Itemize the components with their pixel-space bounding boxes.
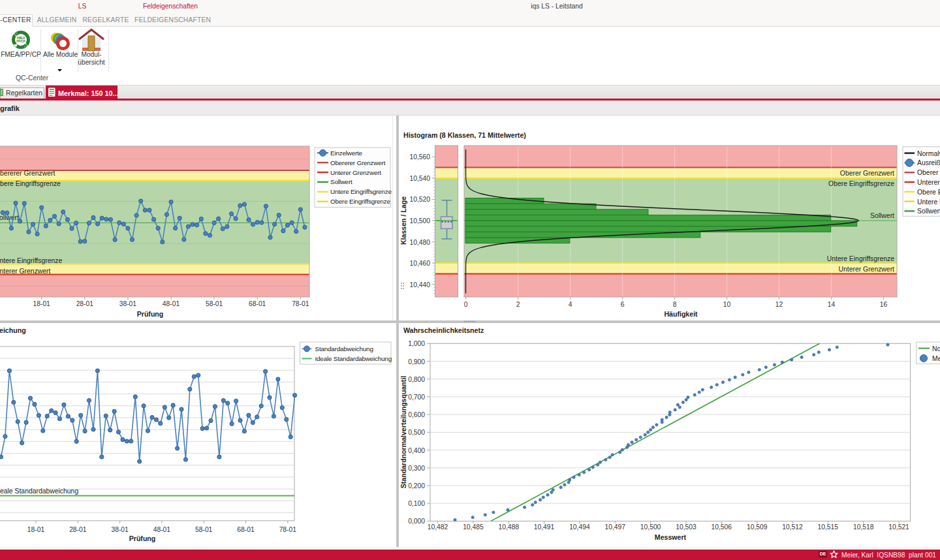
svg-text:Obererer Grenzwert: Obererer Grenzwert — [330, 159, 386, 166]
svg-text:58-01: 58-01 — [206, 300, 223, 307]
svg-text:18-01: 18-01 — [33, 300, 51, 307]
svg-text:Obere Eingriffsgrenze: Obere Eingriffsgrenze — [0, 180, 61, 187]
svg-text:Oberer Grenzwert: Oberer Grenzwert — [840, 170, 894, 177]
svg-text:Untere Eingriffsgrenze: Untere Eingriffsgrenze — [330, 188, 392, 195]
svg-text:10,440: 10,440 — [410, 281, 431, 288]
svg-text:Obere Eingriffsgrenze: Obere Eingriffsgrenze — [828, 180, 894, 187]
svg-text:Prüfung: Prüfung — [129, 535, 156, 542]
svg-text:78-01: 78-01 — [279, 526, 297, 533]
svg-text:10,500: 10,500 — [410, 217, 431, 225]
svg-text:Sollwert: Sollwert — [870, 212, 894, 219]
svg-text:48-01: 48-01 — [153, 526, 171, 533]
svg-text:28-01: 28-01 — [69, 526, 87, 533]
svg-text:0,800: 0,800 — [408, 376, 425, 383]
svg-text:Oberer Grenzwert: Oberer Grenzwert — [917, 169, 940, 176]
svg-text:PP/CP: PP/CP — [16, 40, 25, 43]
svg-text:10,482: 10,482 — [428, 523, 448, 531]
svg-text:8: 8 — [673, 301, 677, 308]
svg-text:14: 14 — [828, 301, 836, 308]
svg-text:1,000: 1,000 — [408, 340, 425, 347]
svg-text:10,509: 10,509 — [747, 523, 768, 531]
svg-text:Häufigkeit: Häufigkeit — [664, 310, 698, 318]
svg-text:eichung: eichung — [0, 326, 26, 334]
svg-text:38-01: 38-01 — [119, 300, 137, 307]
svg-text:10,515: 10,515 — [818, 523, 839, 531]
svg-text:Prüfung: Prüfung — [137, 310, 164, 318]
svg-text:Messwerte: Messwerte — [932, 355, 940, 362]
svg-text:10,497: 10,497 — [604, 523, 625, 531]
svg-text:Messwert: Messwert — [655, 533, 687, 541]
svg-text:0,600: 0,600 — [408, 411, 425, 418]
svg-text:Sollwert: Sollwert — [330, 178, 352, 185]
svg-text:Unterer Grenzwert: Unterer Grenzwert — [330, 169, 381, 176]
svg-text:10,494: 10,494 — [569, 523, 590, 531]
svg-text:Sollwert: Sollwert — [917, 208, 940, 215]
svg-text:10,503: 10,503 — [676, 523, 697, 531]
svg-text:10,460: 10,460 — [410, 260, 431, 267]
svg-text:Ausreißer: Ausreißer — [917, 159, 940, 166]
svg-text:48-01: 48-01 — [163, 300, 180, 307]
svg-text:10,480: 10,480 — [410, 239, 431, 246]
svg-text:0,200: 0,200 — [408, 482, 425, 490]
svg-text:12: 12 — [776, 301, 783, 308]
svg-text:10,520: 10,520 — [410, 196, 431, 203]
svg-text:eale Standardabweichung: eale Standardabweichung — [0, 488, 78, 495]
svg-text:10,500: 10,500 — [640, 523, 661, 531]
svg-text:10,506: 10,506 — [712, 523, 732, 531]
svg-text:Ideale Standardabweichung: Ideale Standardabweichung — [315, 355, 392, 362]
svg-text:0,100: 0,100 — [408, 500, 425, 507]
svg-text:Untere Eingriffsgrenze: Untere Eingriffsgrenze — [0, 257, 62, 264]
svg-text:Unterer Grenzwert: Unterer Grenzwert — [0, 268, 51, 275]
svg-text:Standardabweichung: Standardabweichung — [315, 345, 373, 352]
svg-text:0,900: 0,900 — [408, 358, 425, 366]
svg-text:Untere Eingriffsgrenze: Untere Eingriffsgrenze — [827, 255, 894, 262]
svg-text:Normalverteilung: Normalverteilung — [932, 345, 940, 352]
svg-text:4: 4 — [569, 301, 572, 308]
svg-text:0,500: 0,500 — [408, 429, 425, 436]
svg-text:10,491: 10,491 — [534, 523, 555, 531]
svg-text:10,521: 10,521 — [888, 523, 909, 531]
svg-text:Obererer Grenzwert: Obererer Grenzwert — [0, 170, 55, 177]
svg-text:Unterer Grenzwert: Unterer Grenzwert — [839, 266, 895, 273]
svg-text:10,518: 10,518 — [853, 523, 874, 531]
svg-text:0,300: 0,300 — [408, 465, 425, 472]
svg-text:10,485: 10,485 — [463, 523, 484, 531]
svg-text:2: 2 — [516, 301, 520, 308]
svg-text:68-01: 68-01 — [249, 300, 266, 307]
svg-text:10,540: 10,540 — [410, 175, 431, 182]
svg-text:0,700: 0,700 — [408, 394, 425, 401]
svg-text:0,000: 0,000 — [408, 518, 425, 525]
svg-text:58-01: 58-01 — [195, 526, 213, 533]
svg-text:28-01: 28-01 — [76, 300, 94, 307]
svg-text:Histogram (8 Klassen, 71 Mitte: Histogram (8 Klassen, 71 Mittelwerte) — [403, 131, 526, 139]
svg-text:18-01: 18-01 — [27, 526, 45, 533]
svg-text:Obere Eingriffsgrenze: Obere Eingriffsgrenze — [917, 189, 940, 196]
svg-text:Unterer Grenzwert: Unterer Grenzwert — [917, 179, 940, 186]
svg-text:10: 10 — [723, 301, 731, 308]
svg-text:16: 16 — [880, 301, 888, 308]
svg-text:78-01: 78-01 — [292, 300, 309, 307]
svg-text:0: 0 — [464, 301, 468, 308]
svg-text:10,488: 10,488 — [498, 523, 519, 531]
svg-text:10,512: 10,512 — [782, 523, 803, 531]
svg-text:68-01: 68-01 — [237, 526, 255, 533]
svg-text:Normalverteilung: Normalverteilung — [917, 150, 940, 157]
svg-text:0,400: 0,400 — [408, 447, 425, 454]
svg-text:Standardnormalverteilungsquant: Standardnormalverteilungsquantil — [400, 376, 407, 489]
svg-text:Untere Eingriffsgrenze: Untere Eingriffsgrenze — [917, 198, 940, 206]
svg-text:Obere Eingriffsgrenze: Obere Eingriffsgrenze — [330, 198, 390, 205]
svg-text:Einzelwerte: Einzelwerte — [330, 149, 363, 157]
svg-text:38-01: 38-01 — [111, 526, 129, 533]
svg-text:Wahrscheinlichkeitsnetz: Wahrscheinlichkeitsnetz — [403, 326, 484, 334]
svg-text:10,560: 10,560 — [410, 153, 431, 161]
svg-text:6: 6 — [621, 301, 625, 308]
svg-text:Klassen / Lage: Klassen / Lage — [400, 196, 407, 245]
